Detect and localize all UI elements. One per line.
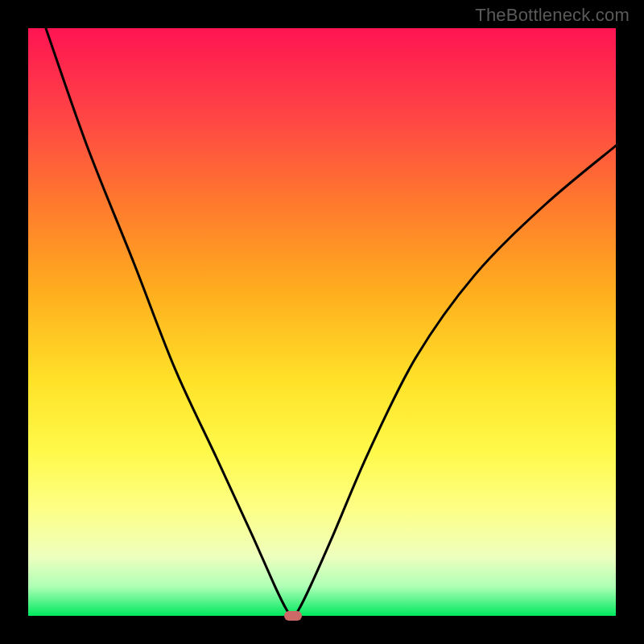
optimum-marker xyxy=(284,611,302,621)
curve-svg xyxy=(28,28,616,616)
watermark-text: TheBottleneck.com xyxy=(475,5,630,26)
bottleneck-curve xyxy=(46,28,616,616)
plot-area xyxy=(28,28,616,616)
chart-frame: TheBottleneck.com xyxy=(0,0,644,644)
